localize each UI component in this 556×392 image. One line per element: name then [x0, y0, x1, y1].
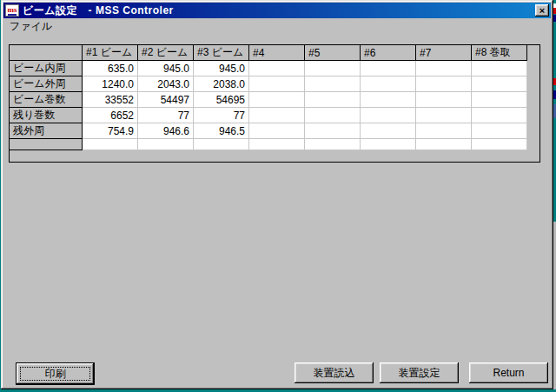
grid-row-label: ビーム外周 — [10, 76, 83, 92]
app-icon-text: ms — [8, 6, 17, 13]
grid-cell[interactable] — [416, 139, 472, 150]
beam-table: #1 ビーム#2 ビーム#3 ビーム#4#5#6#7#8 巻取ビーム内周635.… — [10, 45, 527, 150]
grid-row-label: ビーム巻数 — [10, 92, 83, 108]
grid-cell[interactable] — [361, 123, 416, 139]
grid-cell[interactable] — [249, 139, 305, 150]
app-icon-mark — [8, 14, 17, 16]
grid-cell[interactable]: 945.0 — [138, 61, 194, 76]
grid-cell[interactable] — [416, 123, 472, 139]
grid-cell[interactable]: 754.9 — [83, 123, 138, 139]
grid-cell[interactable] — [361, 76, 416, 92]
grid-row: ビーム内周635.0945.0945.0 — [10, 61, 527, 76]
grid-cell[interactable] — [249, 76, 305, 92]
grid-cell[interactable] — [472, 123, 527, 139]
close-icon: × — [539, 6, 545, 15]
grid-cell[interactable] — [249, 92, 305, 108]
grid-cell[interactable] — [472, 76, 527, 92]
grid-cell[interactable]: 1240.0 — [83, 76, 138, 92]
grid-cell[interactable] — [361, 108, 416, 123]
grid-cell[interactable] — [305, 61, 361, 76]
grid-header-cell: #4 — [249, 45, 305, 61]
grid-row: ビーム外周1240.02043.02038.0 — [10, 76, 527, 92]
grid-cell[interactable] — [249, 108, 305, 123]
grid-cell[interactable] — [305, 76, 361, 92]
grid-cell[interactable] — [472, 61, 527, 76]
grid-cell[interactable]: 77 — [194, 108, 249, 123]
grid-cell[interactable] — [249, 61, 305, 76]
grid-cell[interactable] — [305, 123, 361, 139]
print-button-label: 印刷 — [20, 367, 90, 381]
window-title: ビーム設定 - MSS Controler — [23, 3, 174, 18]
grid-cell[interactable] — [472, 108, 527, 123]
grid-cell[interactable] — [416, 108, 472, 123]
titlebar[interactable]: ms ビーム設定 - MSS Controler × — [3, 3, 551, 18]
menubar: ファイル — [3, 18, 551, 35]
grid-cell[interactable] — [305, 139, 361, 150]
grid-header-cell: #1 ビーム — [83, 45, 138, 61]
desktop: ms ビーム設定 - MSS Controler × ファイル #1 ビーム#2… — [0, 0, 556, 392]
app-icon: ms — [5, 4, 19, 17]
grid-cell[interactable] — [416, 61, 472, 76]
grid-header-cell: #3 ビーム — [194, 45, 249, 61]
grid-cell[interactable] — [416, 92, 472, 108]
grid-cell[interactable]: 33552 — [83, 92, 138, 108]
grid-row: ビーム巻数335525449754695 — [10, 92, 527, 108]
grid-cell[interactable]: 77 — [138, 108, 194, 123]
return-button[interactable]: Return — [469, 362, 548, 383]
device-set-button[interactable]: 装置設定 — [380, 362, 459, 383]
grid-row: 残り巻数66527777 — [10, 108, 527, 123]
grid-row-label — [10, 139, 83, 150]
grid-cell[interactable]: 946.5 — [194, 123, 249, 139]
grid-cell[interactable] — [361, 61, 416, 76]
print-button[interactable]: 印刷 — [16, 362, 95, 385]
grid-cell[interactable]: 2043.0 — [138, 76, 194, 92]
grid-cell[interactable]: 6652 — [83, 108, 138, 123]
grid-cell[interactable]: 946.6 — [138, 123, 194, 139]
close-button[interactable]: × — [535, 4, 549, 17]
grid-cell[interactable] — [472, 139, 527, 150]
grid-row-label: 残り巻数 — [10, 108, 83, 123]
grid-cell[interactable] — [138, 139, 194, 150]
grid-header-cell: #5 — [305, 45, 361, 61]
grid-header-row: #1 ビーム#2 ビーム#3 ビーム#4#5#6#7#8 巻取 — [10, 45, 527, 61]
grid-cell[interactable] — [361, 92, 416, 108]
grid-cell[interactable] — [416, 76, 472, 92]
grid-row-label: 残外周 — [10, 123, 83, 139]
grid-cell[interactable] — [305, 108, 361, 123]
beam-grid: #1 ビーム#2 ビーム#3 ビーム#4#5#6#7#8 巻取ビーム内周635.… — [9, 44, 540, 163]
grid-row: 残外周754.9946.6946.5 — [10, 123, 527, 139]
grid-cell[interactable]: 635.0 — [83, 61, 138, 76]
grid-corner-cell — [10, 45, 83, 61]
grid-cell[interactable] — [361, 139, 416, 150]
app-window: ms ビーム設定 - MSS Controler × ファイル #1 ビーム#2… — [1, 0, 553, 389]
grid-header-cell: #2 ビーム — [138, 45, 194, 61]
grid-header-cell: #6 — [361, 45, 416, 61]
grid-cell[interactable] — [194, 139, 249, 150]
device-read-button[interactable]: 装置読込 — [295, 362, 374, 383]
grid-cell[interactable]: 54695 — [194, 92, 249, 108]
grid-cell[interactable] — [249, 123, 305, 139]
grid-row — [10, 139, 527, 150]
grid-cell[interactable]: 945.0 — [194, 61, 249, 76]
grid-cell[interactable]: 54497 — [138, 92, 194, 108]
grid-cell[interactable] — [83, 139, 138, 150]
grid-header-cell: #8 巻取 — [472, 45, 527, 61]
grid-row-label: ビーム内周 — [10, 61, 83, 76]
grid-header-cell: #7 — [416, 45, 472, 61]
grid-cell[interactable] — [472, 92, 527, 108]
menu-item-file[interactable]: ファイル — [3, 18, 58, 35]
grid-cell[interactable] — [305, 92, 361, 108]
grid-cell[interactable]: 2038.0 — [194, 76, 249, 92]
